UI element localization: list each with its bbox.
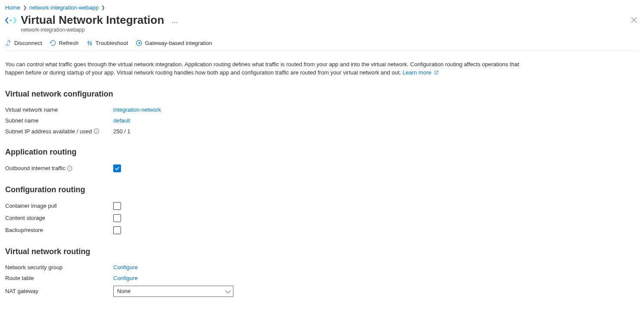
virtual-network-routing-section: Virtual network routing Network security… [5, 247, 524, 297]
configuration-routing-heading: Configuration routing [5, 185, 524, 194]
subnet-name-label: Subnet name [5, 117, 113, 124]
container-image-pull-checkbox[interactable] [113, 202, 121, 210]
application-routing-heading: Application routing [5, 148, 524, 157]
virtual-network-routing-heading: Virtual network routing [5, 247, 524, 256]
learn-more-link[interactable]: Learn more [402, 69, 438, 76]
subnet-name-link[interactable]: default [113, 117, 130, 124]
disconnect-label: Disconnect [14, 40, 42, 46]
gateway-integration-label: Gateway-based integration [145, 40, 212, 46]
route-table-label: Route table [5, 275, 113, 281]
page-title: Virtual Network Integration [21, 13, 164, 27]
intro-text: You can control what traffic goes throug… [5, 61, 524, 77]
content-storage-checkbox[interactable] [113, 214, 121, 222]
subnet-ip-value: 250 / 1 [113, 128, 131, 135]
vnet-name-link[interactable]: integration-network [113, 106, 161, 113]
arrow-right-circle-icon [136, 40, 142, 46]
vnet-integration-icon [5, 16, 16, 26]
outbound-traffic-checkbox[interactable] [113, 164, 121, 172]
outbound-traffic-label: Outbound internet traffic i [5, 165, 113, 171]
svg-point-1 [88, 42, 89, 43]
configuration-routing-section: Configuration routing Container image pu… [5, 185, 524, 234]
toolbar: Disconnect Refresh Troubleshoot Gateway-… [5, 35, 639, 51]
route-table-configure-link[interactable]: Configure [113, 275, 137, 281]
more-actions-button[interactable]: ⋯ [172, 19, 178, 26]
nat-gateway-label: NAT gateway [5, 288, 113, 294]
troubleshoot-label: Troubleshoot [96, 40, 128, 46]
page-subtitle: network-integration-webapp [21, 27, 639, 33]
refresh-button[interactable]: Refresh [50, 40, 79, 46]
content-area: You can control what traffic goes throug… [5, 51, 524, 297]
nsg-configure-link[interactable]: Configure [113, 264, 137, 271]
application-routing-section: Application routing Outbound internet tr… [5, 148, 524, 172]
refresh-icon [50, 40, 56, 46]
breadcrumb-home[interactable]: Home [5, 4, 20, 11]
external-link-icon [434, 69, 439, 77]
breadcrumb: Home ❯ network-integration-webapp ❯ [5, 0, 639, 13]
nat-gateway-select-wrap: None [113, 286, 233, 297]
subnet-ip-label: Subnet IP address available / used i [5, 128, 113, 135]
container-image-pull-label: Container image pull [5, 203, 113, 209]
backup-restore-checkbox[interactable] [113, 226, 121, 234]
chevron-right-icon: ❯ [101, 5, 105, 10]
nat-gateway-select[interactable]: None [113, 286, 233, 297]
gateway-integration-button[interactable]: Gateway-based integration [136, 40, 212, 46]
info-icon[interactable]: i [67, 166, 72, 171]
disconnect-icon [5, 40, 12, 46]
troubleshoot-button[interactable]: Troubleshoot [86, 40, 128, 46]
refresh-label: Refresh [59, 40, 79, 46]
svg-point-2 [90, 43, 91, 45]
backup-restore-label: Backup/restore [5, 227, 113, 233]
info-icon[interactable]: i [94, 129, 99, 134]
close-button[interactable] [629, 15, 639, 26]
nsg-label: Network security group [5, 264, 113, 271]
breadcrumb-parent[interactable]: network-integration-webapp [29, 4, 99, 11]
vnet-configuration-section: Virtual network configuration Virtual ne… [5, 90, 524, 135]
vnet-configuration-heading: Virtual network configuration [5, 90, 524, 99]
page-header: Virtual Network Integration ⋯ network-in… [5, 13, 639, 33]
vnet-name-label: Virtual network name [5, 106, 113, 113]
svg-point-0 [10, 19, 11, 21]
disconnect-button[interactable]: Disconnect [5, 40, 42, 46]
content-storage-label: Content storage [5, 215, 113, 221]
chevron-right-icon: ❯ [23, 5, 27, 10]
troubleshoot-icon [86, 40, 93, 46]
